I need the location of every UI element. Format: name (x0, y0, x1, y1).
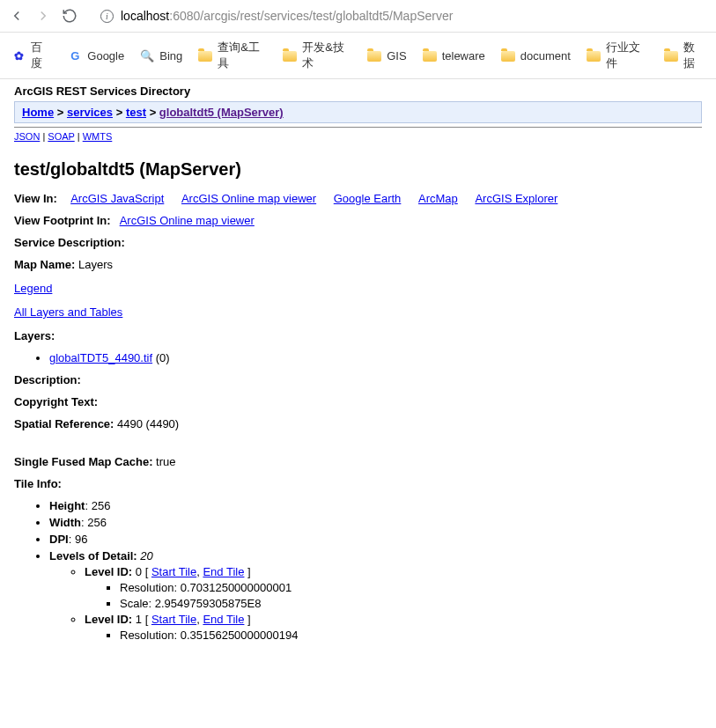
single-fused-label: Single Fused Map Cache: (14, 455, 152, 468)
bookmark-label: Google (87, 49, 124, 63)
page-title: test/globaltdt5 (MapServer) (14, 159, 702, 180)
level-id-label: Level ID: (85, 565, 132, 578)
url-bar[interactable]: i localhost:6080/arcgis/rest/services/te… (88, 5, 707, 26)
legend-row: Legend (14, 282, 702, 295)
view-in-google-earth[interactable]: Google Earth (334, 192, 402, 205)
view-in-arcgis-explorer[interactable]: ArcGIS Explorer (475, 192, 557, 205)
map-name-row: Map Name: Layers (14, 258, 702, 271)
footprint-link[interactable]: ArcGIS Online map viewer (120, 214, 255, 227)
bookmark-folder-document[interactable]: document (501, 48, 571, 63)
breadcrumb-folder[interactable]: test (126, 106, 146, 119)
folder-icon (283, 48, 297, 63)
back-button[interactable] (9, 8, 25, 24)
spatial-ref-label: Spatial Reference: (14, 417, 114, 430)
view-in-arcgis-js[interactable]: ArcGIS JavaScript (70, 192, 164, 205)
bookmark-folder-teleware[interactable]: teleware (423, 48, 485, 63)
divider (14, 127, 702, 128)
layers-label-row: Layers: (14, 329, 702, 342)
level-id-value: 0 (136, 565, 142, 578)
folder-icon (198, 48, 212, 63)
view-footprint-row: View Footprint In: ArcGIS Online map vie… (14, 214, 702, 227)
level-item: Level ID: 0 [ Start Tile, End Tile ] Res… (85, 565, 702, 610)
bookmark-label: 查询&工具 (218, 40, 267, 71)
scale-item: Scale: 2.9549759305875E8 (120, 597, 702, 610)
single-fused-value: true (156, 455, 175, 468)
folder-icon (501, 48, 515, 63)
bookmark-label: teleware (442, 49, 485, 63)
browser-toolbar: i localhost:6080/arcgis/rest/services/te… (0, 0, 716, 33)
start-tile-link[interactable]: Start Tile (151, 613, 196, 626)
service-description-label: Service Description: (14, 236, 125, 249)
bookmark-folder-dev[interactable]: 开发&技术 (283, 40, 351, 71)
all-layers-row: All Layers and Tables (14, 305, 702, 319)
scale-value: 2.9549759305875E8 (155, 597, 262, 610)
dpi-label: DPI (49, 533, 69, 546)
tile-info-label: Tile Info: (14, 477, 62, 490)
bookmark-bing[interactable]: 🔍 Bing (140, 48, 182, 63)
all-layers-link[interactable]: All Layers and Tables (14, 305, 122, 319)
start-tile-link[interactable]: Start Tile (151, 565, 196, 578)
bookmark-label: 行业文件 (606, 40, 648, 71)
copyright-row: Copyright Text: (14, 395, 702, 408)
end-tile-link[interactable]: End Tile (203, 613, 244, 626)
resolution-label: Resolution: (120, 581, 177, 594)
bookmark-baidu[interactable]: ✿ 百度 (12, 40, 52, 71)
resolution-label: Resolution: (120, 629, 177, 642)
bookmark-label: Bing (159, 49, 182, 63)
tile-info-row: Tile Info: (14, 477, 702, 490)
reload-button[interactable] (62, 8, 78, 24)
page-content: ArcGIS REST Services Directory Home > se… (0, 79, 716, 661)
layer-link[interactable]: globalTDT5_4490.tif (49, 351, 152, 364)
spatial-ref-value: 4490 (4490) (117, 417, 179, 430)
folder-icon (664, 48, 678, 63)
site-info-icon[interactable]: i (100, 10, 114, 23)
resolution-value: 0.35156250000000194 (181, 629, 299, 642)
view-in-label: View In: (14, 192, 57, 205)
map-name-label: Map Name: (14, 258, 75, 271)
forward-button[interactable] (35, 8, 51, 24)
bookmark-folder-data[interactable]: 数据 (664, 40, 704, 71)
bookmark-label: 百度 (31, 40, 52, 71)
layers-label: Layers: (14, 329, 55, 342)
wmts-link[interactable]: WMTS (83, 131, 113, 142)
end-tile-link[interactable]: End Tile (203, 565, 244, 578)
layers-list: globalTDT5_4490.tif (0) (14, 351, 702, 364)
bing-icon: 🔍 (140, 48, 154, 63)
breadcrumb-services[interactable]: services (67, 106, 113, 119)
view-in-arcmap[interactable]: ArcMap (418, 192, 458, 205)
json-link[interactable]: JSON (14, 131, 40, 142)
tile-dpi-item: DPI: 96 (49, 533, 702, 546)
bookmark-google[interactable]: G Google (68, 48, 124, 63)
level-id-value: 1 (136, 613, 142, 626)
map-name-value: Layers (78, 258, 113, 271)
breadcrumb-service[interactable]: globaltdt5 (MapServer) (159, 106, 284, 119)
bookmarks-bar: ✿ 百度 G Google 🔍 Bing 查询&工具 开发&技术 GIS tel… (0, 33, 716, 79)
breadcrumb-sep: > (150, 106, 157, 119)
width-value: 256 (87, 516, 107, 529)
view-in-row: View In: ArcGIS JavaScript ArcGIS Online… (14, 192, 702, 205)
breadcrumb-home[interactable]: Home (22, 106, 54, 119)
resolution-item: Resolution: 0.7031250000000001 (120, 581, 702, 594)
bookmark-label: document (520, 49, 571, 63)
height-label: Height (49, 499, 85, 512)
view-in-arcgis-online[interactable]: ArcGIS Online map viewer (181, 192, 316, 205)
spatial-ref-row: Spatial Reference: 4490 (4490) (14, 417, 702, 430)
copyright-label: Copyright Text: (14, 395, 98, 408)
bookmark-folder-industry[interactable]: 行业文件 (587, 40, 648, 71)
width-label: Width (49, 516, 81, 529)
resolution-item: Resolution: 0.35156250000000194 (120, 629, 702, 642)
baidu-icon: ✿ (12, 48, 26, 63)
description-row: Description: (14, 373, 702, 386)
bookmark-folder-gis[interactable]: GIS (367, 48, 406, 63)
bookmark-label: 数据 (683, 40, 704, 71)
breadcrumb-sep: > (116, 106, 123, 119)
layer-item: globalTDT5_4490.tif (0) (49, 351, 702, 364)
bookmark-folder-query[interactable]: 查询&工具 (198, 40, 267, 71)
format-links: JSON | SOAP | WMTS (14, 129, 702, 149)
tile-height-item: Height: 256 (49, 499, 702, 512)
height-value: 256 (92, 499, 111, 512)
legend-link[interactable]: Legend (14, 282, 52, 295)
level-id-label: Level ID: (85, 613, 132, 626)
breadcrumb-sep: > (57, 106, 64, 119)
soap-link[interactable]: SOAP (48, 131, 74, 142)
